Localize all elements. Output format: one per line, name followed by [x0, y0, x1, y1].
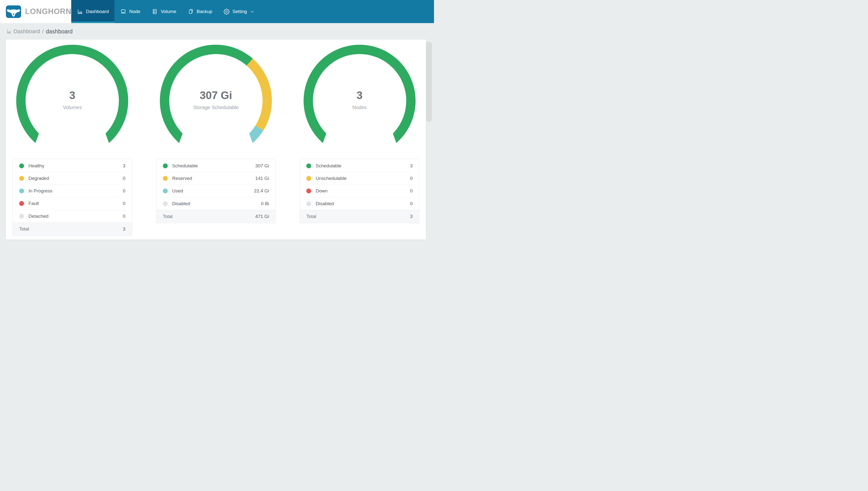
total-value: 3	[410, 214, 413, 219]
brand: LONGHORN	[0, 0, 71, 23]
legend-value: 0	[123, 213, 125, 219]
status-dot	[163, 189, 168, 194]
nav-item-setting[interactable]: Setting	[218, 0, 260, 23]
main-nav: Dashboard Node Volume Backup	[71, 0, 260, 23]
gauge-center: 3 Volumes	[14, 90, 130, 110]
legend-label: Reserved	[172, 176, 255, 181]
legend-value: 3	[410, 163, 413, 169]
laptop-icon	[120, 8, 126, 15]
breadcrumb: Dashboard / dashboard	[6, 27, 434, 36]
total-value: 471 Gi	[255, 214, 269, 219]
status-dot	[163, 164, 168, 168]
legend-row-unschedulable: Unschedulable0	[306, 172, 413, 185]
nav-item-node[interactable]: Node	[115, 0, 146, 23]
storage-schedulable-value: 307 Gi	[158, 90, 274, 101]
dashboard-card: 3 Volumes Healthy3Degraded0In Progress0F…	[6, 39, 426, 240]
chevron-down-icon	[250, 9, 254, 14]
breadcrumb-separator: /	[42, 28, 44, 35]
legend-nodes: Schedulable3Unschedulable0Down0Disabled0…	[300, 159, 419, 223]
legend-value: 3	[123, 163, 125, 169]
legend-rows: Schedulable307 GiReserved141 GiUsed22.4 …	[156, 159, 276, 210]
legend-label: Fault	[29, 201, 123, 206]
nav-item-volume[interactable]: Volume	[146, 0, 182, 23]
legend-label: In Progress	[29, 188, 123, 194]
longhorn-logo[interactable]	[6, 5, 21, 18]
panel-volumes: 3 Volumes Healthy3Degraded0In Progress0F…	[12, 45, 132, 236]
legend-row-down: Down0	[306, 185, 413, 197]
legend-label: Healthy	[29, 163, 123, 169]
legend-value: 0	[410, 188, 413, 194]
legend-row-degraded: Degraded0	[19, 172, 125, 185]
nav-item-backup[interactable]: Backup	[182, 0, 218, 23]
server-icon	[152, 8, 158, 15]
nav-item-label: Setting	[232, 9, 247, 14]
legend-row-schedulable: Schedulable307 Gi	[163, 160, 269, 172]
storage-schedulable-label: Storage Schedulable	[158, 105, 274, 110]
gauge-center: 307 Gi Storage Schedulable	[158, 90, 274, 110]
legend-value: 0	[410, 201, 413, 206]
legend-label: Schedulable	[316, 163, 410, 169]
legend-label: Used	[172, 188, 254, 194]
total-value: 3	[123, 226, 125, 232]
total-label: Total	[19, 226, 123, 232]
legend-label: Disabled	[316, 201, 410, 206]
status-dot	[306, 189, 311, 194]
nodes-count: 3	[302, 90, 417, 101]
legend-value: 0	[123, 176, 125, 181]
status-dot	[19, 201, 24, 206]
gauge-center: 3 Nodes	[302, 90, 417, 110]
legend-row-in-progress: In Progress0	[19, 185, 125, 197]
status-dot	[19, 214, 24, 219]
legend-rows: Schedulable3Unschedulable0Down0Disabled0	[300, 159, 419, 210]
legend-row-used: Used22.4 Gi	[163, 185, 269, 197]
legend-total-row: Total3	[300, 210, 419, 223]
status-dot	[306, 201, 311, 206]
nav-item-dashboard[interactable]: Dashboard	[71, 0, 115, 23]
bar-chart-icon	[6, 29, 12, 34]
legend-row-disabled: Disabled0 Bi	[163, 197, 269, 210]
legend-label: Down	[316, 188, 410, 194]
legend-value: 0	[123, 188, 125, 194]
gear-icon	[223, 9, 230, 15]
nav-item-label: Dashboard	[86, 9, 109, 14]
legend-label: Disabled	[172, 201, 261, 206]
top-nav: LONGHORN Dashboard Node Volume	[0, 0, 434, 23]
legend-value: 307 Gi	[255, 163, 269, 169]
legend-value: 0	[123, 201, 125, 206]
legend-value: 22.4 Gi	[254, 188, 269, 194]
legend-value: 141 Gi	[255, 176, 269, 181]
volumes-label: Volumes	[14, 105, 130, 110]
gauge-volumes: 3 Volumes	[14, 45, 130, 143]
legend-rows: Healthy3Degraded0In Progress0Fault0Detac…	[13, 159, 132, 222]
bar-chart-icon	[77, 8, 83, 15]
legend-label: Degraded	[29, 176, 123, 181]
total-label: Total	[306, 214, 410, 219]
status-dot	[19, 189, 24, 194]
brand-name: LONGHORN	[25, 7, 71, 16]
vertical-scrollbar-thumb[interactable]	[426, 42, 432, 122]
legend-label: Schedulable	[172, 163, 255, 169]
nav-item-label: Node	[129, 9, 140, 14]
breadcrumb-section[interactable]: Dashboard	[13, 28, 40, 35]
status-dot	[306, 164, 311, 168]
nav-item-label: Backup	[197, 9, 212, 14]
nodes-label: Nodes	[302, 105, 417, 110]
legend-total-row: Total3	[13, 222, 132, 235]
nav-item-label: Volume	[161, 9, 176, 14]
legend-row-schedulable: Schedulable3	[306, 160, 413, 172]
gauge-storage: 307 Gi Storage Schedulable	[158, 45, 274, 143]
legend-label: Unschedulable	[316, 176, 410, 181]
legend-volumes: Healthy3Degraded0In Progress0Fault0Detac…	[12, 159, 132, 236]
legend-value: 0	[410, 176, 413, 181]
status-dot	[163, 176, 168, 181]
panel-nodes: 3 Nodes Schedulable3Unschedulable0Down0D…	[300, 45, 419, 236]
legend-row-healthy: Healthy3	[19, 160, 125, 172]
panel-storage: 307 Gi Storage Schedulable Schedulable30…	[156, 45, 276, 236]
status-dot	[19, 176, 24, 181]
legend-row-reserved: Reserved141 Gi	[163, 172, 269, 185]
volumes-count: 3	[14, 90, 130, 101]
total-label: Total	[163, 214, 255, 219]
legend-row-detached: Detached0	[19, 210, 125, 222]
legend-label: Detached	[29, 213, 123, 219]
copy-icon	[188, 8, 194, 15]
